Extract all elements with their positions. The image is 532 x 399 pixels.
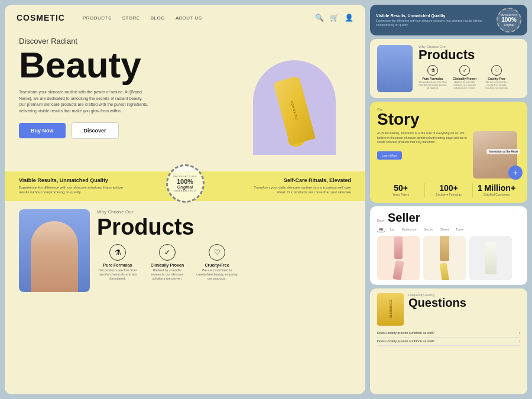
seller-tab-sheet[interactable]: Sheet [439, 227, 450, 232]
stat-years: 50+ Years Patent [377, 183, 425, 197]
product-card-2[interactable] [423, 236, 466, 280]
search-icon[interactable]: 🔍 [315, 14, 324, 22]
top-banner: Visible Results, Unmatched Quality Exper… [370, 5, 527, 35]
questions-title-block: Frequently Asking Questions [408, 293, 520, 326]
product-card-3[interactable] [469, 236, 512, 280]
banner-100: 100% [501, 17, 517, 23]
right-panel: Visible Results, Unmatched Quality Exper… [370, 5, 527, 394]
cosmetic-label: COSMETIC [389, 300, 392, 319]
story-content: At [Brand Name], innovation is at the co… [377, 131, 520, 179]
story-left: At [Brand Name], innovation is at the co… [377, 131, 468, 179]
right-why-image [377, 45, 413, 92]
seller-title: Seller [388, 211, 420, 225]
seller-tab-lip[interactable]: Lip [388, 227, 396, 232]
chevron-down-icon-1: › [519, 331, 520, 335]
quality-left: Visible Results, Unmatched Quality Exper… [19, 177, 185, 195]
quality-left-title: Visible Results, Unmatched Quality [19, 177, 185, 183]
left-panel: COSMETIC PRODUCTS STORE BLOG ABOUT US 🔍 … [5, 5, 365, 394]
story-desc: At [Brand Name], innovation is at the co… [377, 131, 468, 145]
r-flask-icon: ⚗ [427, 65, 438, 76]
questions-image: COSMETIC [377, 293, 404, 326]
hero-description: Transform your skincare routine with the… [19, 89, 149, 114]
seller-tab-serum[interactable]: Serum [421, 227, 434, 232]
discover-button[interactable]: Discover [72, 122, 119, 139]
seller-header: Best Seller [377, 211, 520, 225]
person-bg [19, 209, 90, 292]
brand-logo: COSMETIC [17, 13, 65, 22]
banner-original: Original [504, 23, 514, 27]
r-feature-proven-desc: Backed by scientific research, our skinc… [450, 80, 479, 90]
seller-tab-all[interactable]: All [377, 227, 385, 232]
r-feature-pure-desc: Our products are free from harmful chemi… [419, 80, 447, 90]
product-label: COSMETIC [290, 100, 299, 121]
products-grid [377, 236, 520, 280]
feature-proven-desc: Backed by scientific research, our skinc… [147, 268, 188, 281]
story-plus-badge[interactable]: + [508, 166, 523, 180]
right-why-image-bg [377, 45, 413, 92]
question-text-2: Does Locality provide sunblock as well? [377, 339, 434, 343]
question-text-1: Does Locality provide sunblock as well? [377, 331, 434, 335]
nav-blog[interactable]: BLOG [151, 15, 165, 21]
banner-left: Visible Results, Unmatched Quality Exper… [376, 14, 497, 27]
quality-right-title: Self-Care Rituals, Elevated [185, 177, 351, 183]
flask-icon: ⚗ [109, 244, 126, 261]
questions-section: COSMETIC Frequently Asking Questions Doe… [370, 288, 527, 395]
seller-tab-moisturize[interactable]: Moisturize [400, 227, 418, 232]
nav-icon-group: 🔍 🛒 👤 [315, 14, 353, 22]
nav-store[interactable]: STORE [122, 15, 140, 21]
question-item-1[interactable]: Does Locality provide sunblock as well? … [377, 329, 520, 338]
nav-about[interactable]: ABOUT US [176, 15, 202, 21]
questions-header: COSMETIC Frequently Asking Questions [377, 293, 520, 326]
why-label: Why Choose Our [97, 209, 351, 215]
satisfaction-stamp: SATISFACTION 100% Original GUARANTEED [164, 163, 206, 204]
why-content: Why Choose Our Products ⚗ Pure Formulas … [97, 209, 351, 281]
seller-label: Best [377, 219, 384, 222]
stamp-circle: SATISFACTION 100% Original GUARANTEED [166, 164, 205, 203]
feature-pure-name: Pure Formulas [97, 263, 138, 267]
cart-icon[interactable]: 🛒 [330, 14, 339, 22]
quality-left-desc: Experience the difference with our skinc… [19, 185, 125, 195]
stamp-100: 100% [177, 178, 193, 185]
quality-banner: Visible Results, Unmatched Quality Exper… [5, 171, 365, 201]
feature-cruelty: ♡ Cruelty-Free We are committed to cruel… [196, 244, 238, 281]
product-card-1[interactable] [377, 236, 420, 280]
banner-title: Visible Results, Unmatched Quality [376, 14, 497, 18]
hero-section: Discover Radiant Beauty Transform your s… [5, 31, 365, 167]
innovation-label: Innovation at the Heart [486, 149, 520, 154]
story-title: Story [377, 111, 520, 128]
story-section: Our Story At [Brand Name], innovation is… [370, 102, 527, 203]
stat-years-label: Years Patent [377, 193, 424, 197]
feature-pure-desc: Our products are free from harmful chemi… [97, 268, 138, 281]
hero-product-image: COSMETIC [235, 25, 353, 155]
person-figure [31, 221, 78, 292]
why-person-image [19, 209, 90, 292]
check-icon: ✓ [159, 244, 176, 261]
quality-right-desc: Transform your daily skincare routine in… [245, 185, 351, 195]
feature-cruelty-desc: We are committed to cruelty-free beauty,… [196, 268, 238, 281]
navbar: COSMETIC PRODUCTS STORE BLOG ABOUT US 🔍 … [5, 5, 365, 31]
feature-cruelty-name: Cruelty-Free [196, 263, 238, 267]
seller-tabs: All Lip Moisturize Serum Sheet Toner [377, 227, 520, 232]
nav-products[interactable]: PRODUCTS [83, 15, 112, 21]
right-why-title: Products [419, 48, 520, 61]
feature-proven-name: Clinically Proven [147, 263, 188, 267]
stat-formulas: 100+ Exclusive Formulas [425, 183, 473, 197]
stat-formulas-label: Exclusive Formulas [425, 193, 472, 197]
why-title: Products [97, 216, 351, 238]
seller-tab-toner[interactable]: Toner [454, 227, 466, 232]
nav-links: PRODUCTS STORE BLOG ABOUT US [83, 15, 315, 21]
right-why-content: Why Choose Our Products ⚗ Pure Formulas … [419, 45, 520, 90]
why-features: ⚗ Pure Formulas Our products are free fr… [97, 244, 351, 281]
feature-pure: ⚗ Pure Formulas Our products are free fr… [97, 244, 138, 281]
question-item-2[interactable]: Does Locality provide sunblock as well? … [377, 338, 520, 346]
banner-stamp: SATISFACTION 100% Original [497, 8, 521, 33]
stamp-bottom: GUARANTEED [174, 189, 196, 192]
stat-formulas-num: 100+ [425, 183, 472, 193]
buy-now-button[interactable]: Buy Now [19, 123, 66, 138]
r-feature-cruelty-desc: We are committed to cruelty-free beauty,… [482, 80, 511, 90]
learn-more-button[interactable]: Learn More [377, 151, 402, 160]
stat-customers: 1 Million+ Satisfied Customers [473, 183, 520, 197]
quality-right: Self-Care Rituals, Elevated Transform yo… [185, 177, 351, 195]
seller-section: Best Seller All Lip Moisturize Serum She… [370, 206, 527, 285]
user-icon[interactable]: 👤 [345, 14, 353, 22]
